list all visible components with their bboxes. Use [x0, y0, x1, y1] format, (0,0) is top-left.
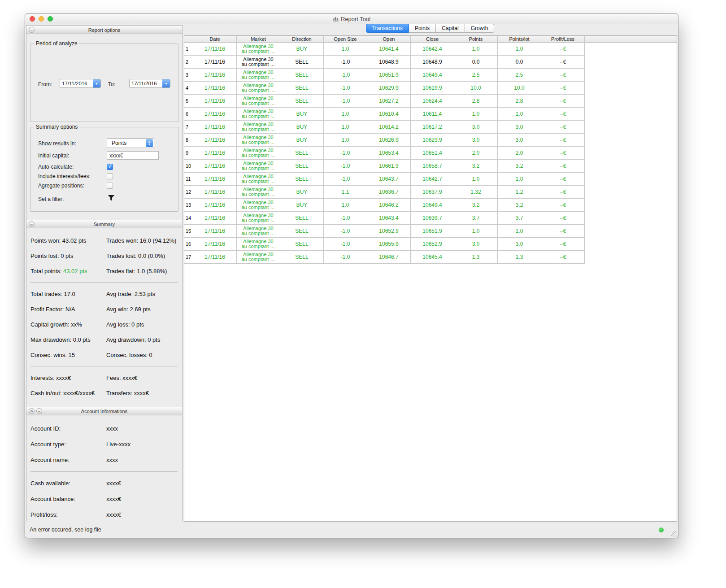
table-row[interactable]: 1017/11/16Allemagne 30 au comptant …SELL… — [184, 160, 677, 173]
cell-close: 10629.9 — [411, 134, 454, 147]
cell-date: 17/11/16 — [193, 238, 237, 251]
close-panel-icon[interactable]: ✕ — [29, 408, 35, 414]
collapse-panel-icon[interactable]: – — [29, 221, 35, 227]
cell-date: 17/11/16 — [193, 173, 237, 186]
to-label: To: — [108, 81, 115, 87]
title-bar[interactable]: Report Tool — [25, 14, 678, 24]
collapse-panel-icon[interactable]: – — [36, 408, 42, 414]
connection-status-dot-icon — [659, 527, 664, 532]
column-header[interactable]: Date — [193, 36, 237, 42]
column-header[interactable]: Points/lot — [498, 36, 541, 42]
resize-grip[interactable] — [671, 531, 677, 537]
column-header[interactable]: Profit/Loss — [541, 36, 585, 42]
account-field-value: xxxx€ — [106, 511, 182, 518]
table-row[interactable]: 1617/11/16Allemagne 30 au comptant …SELL… — [184, 238, 677, 251]
cell-close: 10652.9 — [411, 238, 454, 251]
window-title: Report Tool — [333, 16, 370, 22]
tab-capital[interactable]: Capital — [436, 24, 465, 33]
account-field-value: xxxx€ — [106, 496, 182, 502]
cell-open_size: 1.0 — [324, 43, 367, 56]
cell-direction: BUY — [280, 121, 324, 134]
summary-stat-right: Fees: xxxx€ — [106, 375, 182, 381]
cell-close: 10637.9 — [411, 186, 454, 199]
cell-open_size: -1.0 — [324, 160, 367, 173]
cell-direction: SELL — [280, 238, 324, 251]
initial-capital-input[interactable] — [107, 151, 159, 160]
cell-open_size: -1.0 — [324, 173, 367, 186]
table-row[interactable]: 817/11/16Allemagne 30 au comptant …BUY1.… — [184, 134, 677, 147]
column-header[interactable]: Market — [237, 36, 280, 42]
cell-points: 1.32 — [454, 186, 498, 199]
cell-points_lot: 2.8 — [498, 95, 541, 108]
cell-points: 3.7 — [454, 212, 498, 225]
cell-profit: --€ — [541, 225, 585, 238]
column-header[interactable]: Close — [411, 36, 454, 42]
table-row[interactable]: 1217/11/16Allemagne 30 au comptant …BUY1… — [184, 186, 677, 199]
column-header[interactable]: Open — [367, 36, 411, 42]
cell-direction: SELL — [280, 251, 324, 264]
agregate-positions-checkbox[interactable] — [107, 183, 113, 189]
table-row[interactable]: 1317/11/16Allemagne 30 au comptant …BUY1… — [184, 199, 677, 212]
tab-growth[interactable]: Growth — [465, 24, 495, 33]
cell-points_lot: 3.2 — [498, 160, 541, 173]
cell-direction: SELL — [280, 212, 324, 225]
include-interests-checkbox[interactable] — [107, 173, 113, 179]
summary-stat-right: Avg drawdown: 0 pts — [106, 336, 182, 343]
chevron-down-icon[interactable]: ▼ — [162, 79, 170, 87]
tab-transactions[interactable]: Transactions — [366, 24, 409, 33]
show-results-dropdown[interactable]: Points ▲▼ — [107, 138, 154, 148]
cell-profit: --€ — [541, 82, 585, 95]
account-row: Account type:Live-xxxx — [26, 436, 182, 452]
zoom-window-button[interactable] — [48, 16, 53, 22]
column-header[interactable]: Points — [454, 36, 498, 42]
table-row[interactable]: 217/11/16Allemagne 30 au comptant …SELL-… — [184, 56, 677, 69]
from-date-dropdown[interactable]: 17/11/2016 ▼ — [60, 79, 101, 88]
cell-points_lot: 3.0 — [498, 121, 541, 134]
table-row[interactable]: 617/11/16Allemagne 30 au comptant …BUY1.… — [184, 108, 677, 121]
account-content: Account ID:xxxxAccount type:Live-xxxxAcc… — [26, 415, 182, 523]
chevron-down-icon[interactable]: ▼ — [93, 79, 100, 87]
cell-market: Allemagne 30 au comptant … — [237, 121, 280, 134]
minimize-window-button[interactable] — [39, 16, 44, 22]
cell-open: 10646.2 — [367, 199, 411, 212]
cell-profit: --€ — [541, 147, 585, 160]
from-date-value: 17/11/2016 — [60, 79, 93, 87]
table-row[interactable]: 317/11/16Allemagne 30 au comptant …SELL-… — [184, 69, 677, 82]
filter-funnel-icon[interactable] — [108, 195, 115, 201]
table-row[interactable]: 1117/11/16Allemagne 30 au comptant …SELL… — [184, 173, 677, 186]
table-row[interactable]: 717/11/16Allemagne 30 au comptant …BUY1.… — [184, 121, 677, 134]
cell-open_size: -1.0 — [324, 82, 367, 95]
tab-points[interactable]: Points — [409, 24, 436, 33]
account-field-label: Cash available: — [30, 480, 106, 487]
column-header[interactable]: Open Size — [324, 36, 367, 42]
account-informations-title: Account Informations — [81, 409, 127, 414]
cell-points: 2.8 — [454, 95, 498, 108]
cell-num: 15 — [184, 225, 193, 238]
cell-num: 3 — [184, 69, 193, 82]
cell-close: 10645.4 — [411, 251, 454, 264]
table-row[interactable]: 117/11/16Allemagne 30 au comptant …BUY1.… — [184, 43, 677, 56]
table-row[interactable]: 1417/11/16Allemagne 30 au comptant …SELL… — [184, 212, 677, 225]
summary-row: Cash in/out: xxxx€/xxxx€Transfers: xxxx€ — [26, 385, 182, 401]
table-row[interactable]: 1517/11/16Allemagne 30 au comptant …SELL… — [184, 225, 677, 238]
close-window-button[interactable] — [30, 16, 35, 22]
auto-calculate-checkbox[interactable] — [107, 164, 113, 170]
column-header[interactable] — [184, 36, 193, 42]
collapse-panel-icon[interactable]: – — [29, 27, 35, 33]
table-row[interactable]: 517/11/16Allemagne 30 au comptant …SELL-… — [184, 95, 677, 108]
table-row[interactable]: 417/11/16Allemagne 30 au comptant …SELL-… — [184, 82, 677, 95]
cell-points_lot: 1.0 — [498, 173, 541, 186]
cell-market: Allemagne 30 au comptant … — [237, 238, 280, 251]
cell-profit: --€ — [541, 212, 585, 225]
column-header[interactable]: Direction — [280, 36, 324, 42]
cell-market: Allemagne 30 au comptant … — [237, 95, 280, 108]
stepper-arrows-icon[interactable]: ▲▼ — [146, 139, 153, 147]
cell-open_size: -1.0 — [324, 69, 367, 82]
to-date-dropdown[interactable]: 17/11/2016 ▼ — [129, 79, 170, 88]
cell-direction: SELL — [280, 95, 324, 108]
table-row[interactable]: 1717/11/16Allemagne 30 au comptant …SELL… — [184, 251, 677, 264]
app-window: Report Tool – Report options Period of a… — [25, 13, 678, 538]
table-row[interactable]: 917/11/16Allemagne 30 au comptant …SELL-… — [184, 147, 677, 160]
cell-points_lot: 3.2 — [498, 199, 541, 212]
summary-stat-right: Avg trade: 2.53 pts — [106, 291, 182, 297]
